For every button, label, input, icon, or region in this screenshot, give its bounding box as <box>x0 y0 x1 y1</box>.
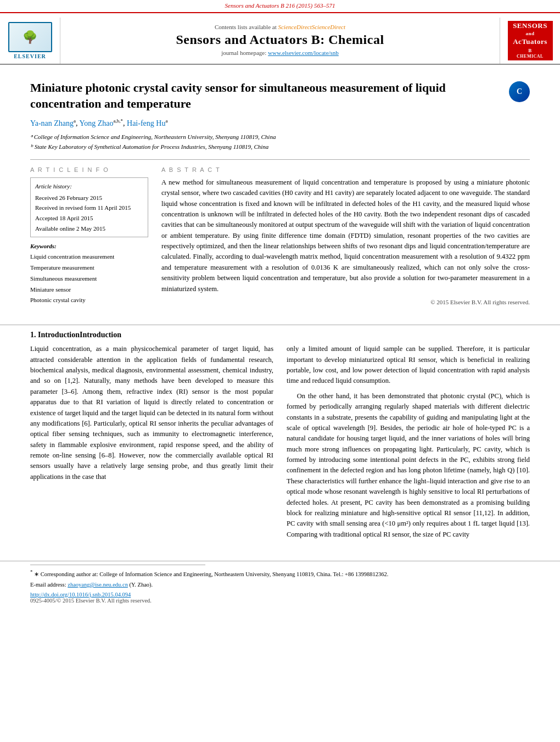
article-content: Miniature photonic crystal cavity sensor… <box>0 65 560 319</box>
section1-heading: Introduction <box>38 331 80 339</box>
keywords-section: Keywords: Liquid concentration measureme… <box>30 243 148 306</box>
author-zhao[interactable]: Yong Zhao <box>80 119 114 127</box>
intro-col1-p1: Liquid concentration, as a main physicoc… <box>30 344 273 482</box>
doi-url[interactable]: http://dx.doi.org/10.1016/j.snb.2015.04.… <box>30 592 131 598</box>
journal-center: Contents lists available at ScienceDirec… <box>60 18 500 64</box>
article-info-header: A R T I C L E I N F O <box>30 166 148 173</box>
abstract-header: A B S T R A C T <box>161 166 530 173</box>
abstract-col: A B S T R A C T A new method for simulta… <box>161 166 530 306</box>
info-abstract-section: A R T I C L E I N F O Article history: R… <box>30 159 530 306</box>
homepage-prefix: journal homepage: <box>221 49 266 56</box>
keywords-list: Liquid concentration measurement Tempera… <box>30 252 148 306</box>
elsevier-logo-box: 🌳 <box>8 22 52 52</box>
doi-line: http://dx.doi.org/10.1016/j.snb.2015.04.… <box>0 589 560 598</box>
footnote-section: * ∗ Corresponding author at: College of … <box>0 561 560 589</box>
affiliations: ᵃ College of Information Science and Eng… <box>30 132 530 152</box>
body-col-right: only a limited amount of liquid sample c… <box>287 344 530 544</box>
keyword-2: Temperature measurement <box>30 263 148 274</box>
body-col-left: Liquid concentration, as a main physicoc… <box>30 344 273 544</box>
contents-prefix: Contents lists available at <box>215 24 277 30</box>
sciencedirect-link2: ScienceDirect <box>312 24 345 30</box>
affiliation-b: ᵇ State Key Laboratory of Synthetical Au… <box>30 142 530 152</box>
sensors-logo-box: SENSORS and AcTuators B CHEMICAL <box>508 21 553 60</box>
sensors-label-b: B <box>528 48 532 54</box>
sensors-label-chemical: CHEMICAL <box>517 54 544 59</box>
homepage-url[interactable]: www.elsevier.com/locate/snb <box>268 49 339 56</box>
author-zhang-sup: a <box>74 118 76 124</box>
sensors-label-2: AcTuators <box>513 37 547 47</box>
page: Sensors and Actuators B 216 (2015) 563–5… <box>0 0 560 742</box>
sciencedirect-link[interactable]: ScienceDirect <box>278 24 311 30</box>
author-hu-sup: a <box>165 118 167 124</box>
journal-title: Sensors and Actuators B: Chemical <box>176 32 384 47</box>
issn-text: 0925-4005/© 2015 Elsevier B.V. All right… <box>30 598 152 604</box>
footnote-star: * <box>30 569 32 574</box>
keyword-4: Miniature sensor <box>30 284 148 295</box>
body-two-col: Liquid concentration, as a main physicoc… <box>30 344 530 544</box>
email-label: E-mail address: <box>30 582 66 588</box>
abstract-text: A new method for simultaneous measuremen… <box>161 177 530 294</box>
article-history-box: Article history: Received 26 February 20… <box>30 177 148 237</box>
author-zhang[interactable]: Ya-nan Zhang <box>30 119 74 127</box>
article-title: Miniature photonic crystal cavity sensor… <box>30 80 501 111</box>
footnote-corresponding: * ∗ Corresponding author at: College of … <box>30 568 530 578</box>
affiliation-a: ᵃ College of Information Science and Eng… <box>30 132 530 142</box>
elsevier-logo: 🌳 ELSEVIER <box>0 18 60 64</box>
journal-banner: Sensors and Actuators B 216 (2015) 563–5… <box>0 0 560 13</box>
issn-line: 0925-4005/© 2015 Elsevier B.V. All right… <box>0 598 560 608</box>
revised-date: Received in revised form 11 April 2015 <box>35 203 143 213</box>
sensors-label-1: SENSORS <box>513 21 547 31</box>
intro-col2-p1: only a limited amount of liquid sample c… <box>287 344 530 387</box>
footnote-email[interactable]: zhaoyang@ise.neu.edu.cn <box>68 582 128 588</box>
section1-title: 1. IntroductionIntroduction <box>30 331 530 339</box>
footnote-email-line: E-mail address: zhaoyang@ise.neu.edu.cn … <box>30 581 530 589</box>
copyright-line: © 2015 Elsevier B.V. All rights reserved… <box>161 299 530 305</box>
authors-line: Ya-nan Zhanga, Yong Zhaoa,b,*, Hai-feng … <box>30 118 530 128</box>
keyword-1: Liquid concentration measurement <box>30 252 148 263</box>
crossmark-letter: C <box>517 87 522 96</box>
accepted-date: Accepted 18 April 2015 <box>35 213 143 224</box>
author-zhao-sup: a,b,* <box>114 118 124 124</box>
journal-header: 🌳 ELSEVIER Contents lists available at S… <box>0 13 560 65</box>
elsevier-label: ELSEVIER <box>14 53 46 59</box>
contents-line: Contents lists available at ScienceDirec… <box>215 24 345 30</box>
article-title-section: Miniature photonic crystal cavity sensor… <box>30 80 530 111</box>
homepage-line: journal homepage: www.elsevier.com/locat… <box>221 49 339 56</box>
footnote-note: ∗ Corresponding author at: College of In… <box>34 571 388 577</box>
keywords-title: Keywords: <box>30 243 148 249</box>
sensors-label-and: and <box>525 31 534 37</box>
sensors-actuators-logo: SENSORS and AcTuators B CHEMICAL <box>500 18 560 64</box>
received-date: Received 26 February 2015 <box>35 193 143 203</box>
available-date: Available online 2 May 2015 <box>35 224 143 234</box>
article-info-col: A R T I C L E I N F O Article history: R… <box>30 166 148 306</box>
body-content: 1. IntroductionIntroduction Liquid conce… <box>0 331 560 555</box>
main-divider <box>0 325 560 325</box>
author-hu[interactable]: Hai-feng Hu <box>127 119 165 127</box>
section1-number: 1. <box>30 331 36 339</box>
keyword-5: Photonic crystal cavity <box>30 295 148 306</box>
intro-col2-p2: On the other hand, it has been demonstra… <box>287 391 530 540</box>
history-title: Article history: <box>35 181 143 192</box>
elsevier-tree-icon: 🌳 <box>23 30 37 44</box>
keyword-3: Simultaneous measurement <box>30 274 148 284</box>
crossmark-badge[interactable]: C <box>509 81 530 102</box>
email-suffix: (Y. Zhao). <box>130 582 153 588</box>
section1-heading-text: Introduction <box>80 331 121 339</box>
banner-text: Sensors and Actuators B 216 (2015) 563–5… <box>225 2 335 9</box>
crossmark-icon: C <box>509 81 530 102</box>
